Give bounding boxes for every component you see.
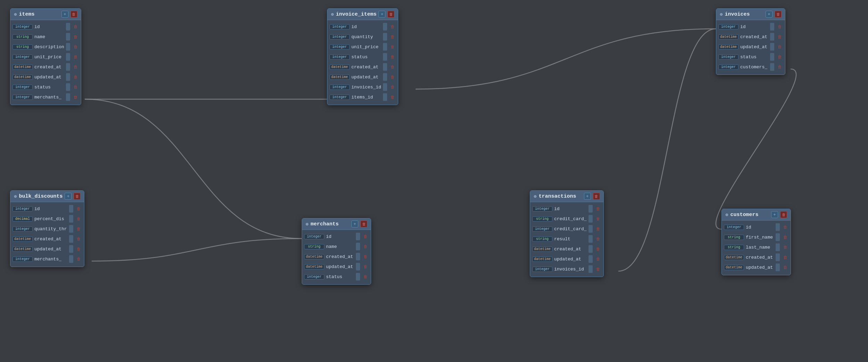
add-field-button-merchants[interactable]: + [351, 221, 358, 227]
delete-field-button[interactable]: 🗑 [73, 94, 79, 100]
add-field-button-invoice_items[interactable]: + [378, 11, 385, 18]
delete-field-button[interactable]: 🗑 [390, 84, 396, 90]
delete-field-button[interactable]: 🗑 [390, 64, 396, 70]
delete-table-button-customers[interactable]: 🗑 [780, 211, 787, 218]
delete-field-button[interactable]: 🗑 [595, 226, 601, 232]
field-name-label: invoices_id [554, 267, 587, 272]
drag-icon[interactable]: ⊕ [306, 221, 308, 227]
delete-table-button-items[interactable]: 🗑 [70, 11, 77, 18]
delete-field-button[interactable]: 🗑 [390, 74, 396, 80]
delete-field-button[interactable]: 🗑 [362, 274, 369, 280]
field-type-badge: string [724, 235, 744, 240]
field-row: datetimecreated_at🗑 [12, 234, 82, 243]
delete-field-button[interactable]: 🗑 [76, 256, 82, 262]
add-field-button-items[interactable]: + [61, 11, 68, 18]
delete-field-button[interactable]: 🗑 [777, 24, 783, 30]
field-bar [66, 43, 70, 51]
delete-field-button[interactable]: 🗑 [782, 264, 788, 270]
delete-field-button[interactable]: 🗑 [390, 44, 396, 50]
field-type-badge: datetime [12, 247, 33, 252]
delete-table-button-invoices[interactable]: 🗑 [775, 11, 782, 18]
table-title-bulk_discounts: bulk_discounts [19, 193, 62, 199]
field-row: datetimeupdated_at🗑 [12, 244, 82, 253]
delete-field-button[interactable]: 🗑 [76, 236, 82, 242]
delete-field-button[interactable]: 🗑 [595, 256, 601, 262]
field-name-label: created_at [326, 254, 354, 259]
delete-field-button[interactable]: 🗑 [595, 246, 601, 252]
add-field-button-bulk_discounts[interactable]: + [65, 193, 72, 200]
delete-field-button[interactable]: 🗑 [76, 226, 82, 232]
delete-field-button[interactable]: 🗑 [362, 264, 369, 270]
add-field-button-customers[interactable]: + [771, 211, 778, 218]
delete-field-button[interactable]: 🗑 [390, 34, 396, 40]
delete-field-button[interactable]: 🗑 [73, 44, 79, 50]
drag-icon[interactable]: ⊕ [331, 11, 334, 17]
delete-field-button[interactable]: 🗑 [73, 74, 79, 80]
field-type-badge: integer [724, 225, 744, 230]
delete-field-button[interactable]: 🗑 [595, 206, 601, 212]
delete-field-button[interactable]: 🗑 [777, 54, 783, 60]
delete-field-button[interactable]: 🗑 [782, 224, 788, 230]
delete-field-button[interactable]: 🗑 [595, 236, 601, 242]
delete-field-button[interactable]: 🗑 [362, 253, 369, 260]
table-transactions: ⊕transactions+🗑integerid🗑stringcredit_ca… [530, 190, 604, 277]
delete-field-button[interactable]: 🗑 [595, 216, 601, 222]
field-type-badge: integer [12, 85, 33, 90]
field-row: integermerchants_🗑 [12, 93, 79, 102]
field-name-label: created_at [34, 236, 67, 242]
delete-field-button[interactable]: 🗑 [782, 254, 788, 260]
field-name-label: invoices_id [351, 85, 381, 90]
add-field-button-invoices[interactable]: + [766, 11, 773, 18]
field-row: integerstatus🗑 [12, 83, 79, 92]
field-row: datetimeupdated_at🗑 [718, 42, 783, 51]
field-name-label: quantity_thr [34, 226, 67, 232]
delete-field-button[interactable]: 🗑 [76, 216, 82, 222]
drag-icon[interactable]: ⊕ [14, 193, 17, 199]
table-header-invoices: ⊕invoices+🗑 [716, 9, 785, 20]
delete-field-button[interactable]: 🗑 [390, 94, 396, 100]
field-bar [589, 215, 593, 223]
delete-table-button-invoice_items[interactable]: 🗑 [387, 11, 394, 18]
delete-field-button[interactable]: 🗑 [777, 64, 783, 70]
field-name-label: status [326, 274, 354, 279]
delete-field-button[interactable]: 🗑 [73, 64, 79, 70]
field-type-badge: integer [12, 226, 33, 232]
delete-field-button[interactable]: 🗑 [73, 34, 79, 40]
table-header-transactions: ⊕transactions+🗑 [530, 191, 603, 202]
delete-table-button-bulk_discounts[interactable]: 🗑 [74, 193, 81, 200]
field-row: stringresult🗑 [532, 234, 601, 243]
table-header-bulk_discounts: ⊕bulk_discounts+🗑 [10, 191, 84, 202]
delete-field-button[interactable]: 🗑 [777, 34, 783, 40]
drag-icon[interactable]: ⊕ [720, 11, 723, 17]
delete-field-button[interactable]: 🗑 [390, 54, 396, 60]
delete-field-button[interactable]: 🗑 [777, 44, 783, 50]
add-field-button-transactions[interactable]: + [584, 193, 591, 200]
delete-field-button[interactable]: 🗑 [76, 206, 82, 212]
field-bar [66, 73, 70, 81]
field-bar [383, 33, 387, 41]
delete-field-button[interactable]: 🗑 [390, 24, 396, 30]
delete-field-button[interactable]: 🗑 [362, 243, 369, 250]
delete-field-button[interactable]: 🗑 [362, 233, 369, 240]
delete-field-button[interactable]: 🗑 [595, 266, 601, 272]
delete-field-button[interactable]: 🗑 [73, 24, 79, 30]
field-bar [69, 235, 73, 243]
drag-icon[interactable]: ⊕ [725, 212, 728, 218]
delete-field-button[interactable]: 🗑 [73, 54, 79, 60]
delete-field-button[interactable]: 🗑 [782, 234, 788, 240]
field-name-label: status [34, 85, 64, 90]
drag-icon[interactable]: ⊕ [534, 193, 536, 199]
field-bar [776, 264, 780, 271]
delete-field-button[interactable]: 🗑 [73, 84, 79, 90]
table-body-bulk_discounts: integerid🗑decimalpercent_dis🗑integerquan… [10, 202, 84, 267]
table-header-customers: ⊕customers+🗑 [722, 209, 791, 221]
delete-field-button[interactable]: 🗑 [782, 244, 788, 250]
drag-icon[interactable]: ⊕ [14, 11, 17, 17]
field-name-label: updated_at [351, 75, 381, 80]
delete-field-button[interactable]: 🗑 [76, 246, 82, 252]
delete-table-button-transactions[interactable]: 🗑 [593, 193, 600, 200]
field-type-badge: integer [12, 54, 33, 60]
field-bar [69, 215, 73, 223]
delete-table-button-merchants[interactable]: 🗑 [360, 221, 367, 227]
field-type-badge: integer [12, 24, 33, 29]
